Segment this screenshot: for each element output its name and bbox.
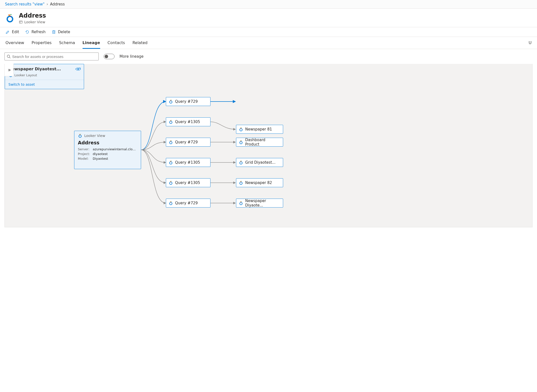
svg-point-52 [240, 140, 241, 141]
breadcrumb-current: Address [50, 2, 65, 6]
source-type-label: Looker View [84, 134, 105, 138]
lineage-dest-node-3[interactable]: Grid Diyaotest... [236, 158, 283, 167]
svg-point-15 [79, 134, 80, 135]
svg-point-23 [170, 120, 171, 121]
svg-point-28 [171, 140, 172, 141]
svg-point-54 [241, 141, 241, 142]
looker-icon [169, 140, 173, 144]
tab-lineage[interactable]: Lineage [83, 37, 100, 49]
tab-schema[interactable]: Schema [59, 37, 75, 49]
svg-point-14 [79, 135, 81, 137]
query-label: Query #729 [175, 140, 198, 144]
source-name: Address [78, 140, 137, 145]
svg-point-19 [170, 100, 171, 101]
svg-point-61 [241, 181, 242, 182]
dest-label: Newspaper Diyaote... [245, 199, 280, 208]
breadcrumb: Search results "view" › Address [0, 0, 537, 9]
tab-contacts[interactable]: Contacts [108, 37, 125, 49]
svg-point-40 [171, 201, 172, 202]
entity-subtype: Looker View [24, 20, 45, 24]
svg-point-27 [170, 140, 171, 141]
search-icon [7, 54, 11, 58]
svg-point-56 [240, 161, 241, 161]
lineage-source-node[interactable]: Looker View Address Server:azurepurviewi… [74, 131, 141, 169]
svg-point-58 [241, 161, 241, 162]
search-input-wrapper[interactable] [4, 52, 99, 60]
svg-point-37 [171, 182, 171, 182]
lineage-query-node-3[interactable]: Query #1305 [166, 158, 210, 167]
panel-expand-handle[interactable] [5, 64, 14, 76]
svg-point-57 [241, 161, 242, 161]
dest-label: Newspaper 82 [245, 181, 272, 185]
svg-point-64 [240, 201, 241, 202]
chevron-right-icon: › [47, 2, 48, 6]
svg-point-49 [241, 128, 242, 128]
looker-icon [169, 160, 173, 165]
lineage-dest-node-1[interactable]: Newspaper 81 [236, 125, 283, 134]
lineage-dest-node-2[interactable]: Dashboard Product [236, 138, 283, 147]
looker-icon [239, 140, 243, 144]
svg-point-30 [170, 162, 172, 164]
svg-point-55 [240, 162, 242, 164]
lineage-query-node-2[interactable]: Query #729 [166, 138, 210, 147]
svg-point-22 [170, 121, 172, 124]
svg-point-1 [8, 14, 10, 16]
svg-point-16 [80, 134, 81, 134]
lineage-query-node-5[interactable]: Query #729 [166, 199, 210, 208]
query-label: Query #729 [175, 201, 198, 205]
refresh-button[interactable]: Refresh [25, 30, 46, 34]
lineage-query-node-1[interactable]: Query #1305 [166, 117, 210, 126]
looker-icon [239, 201, 243, 205]
source-server-value: azurepurviewinternal.cloud.looker.co [93, 147, 137, 151]
source-model-label: Model: [78, 157, 93, 160]
tab-related[interactable]: Related [132, 37, 148, 49]
svg-point-20 [171, 100, 172, 100]
edit-label: Edit [12, 30, 19, 34]
svg-point-33 [171, 161, 171, 162]
svg-point-24 [171, 120, 172, 121]
breadcrumb-link-search[interactable]: Search results "view" [5, 2, 45, 6]
tab-right-overflow[interactable]: U [529, 37, 532, 49]
svg-point-60 [240, 181, 241, 182]
source-project-label: Project: [78, 152, 93, 156]
delete-label: Delete [58, 30, 70, 34]
svg-point-17 [80, 135, 81, 135]
lineage-dest-node-5[interactable]: Newspaper Diyaote... [236, 199, 283, 208]
svg-point-18 [170, 101, 172, 103]
tab-overview[interactable]: Overview [5, 37, 24, 49]
looker-icon [239, 127, 243, 131]
svg-point-26 [170, 141, 172, 144]
svg-line-13 [9, 57, 10, 58]
svg-point-36 [171, 181, 172, 182]
looker-icon [169, 99, 173, 104]
more-lineage-toggle[interactable] [104, 54, 115, 59]
svg-point-21 [171, 101, 171, 101]
tabs: Overview Properties Schema Lineage Conta… [0, 37, 537, 49]
tab-properties[interactable]: Properties [31, 37, 52, 49]
svg-point-65 [241, 201, 242, 202]
svg-point-12 [7, 55, 10, 57]
source-model-value: Diyaotest [93, 157, 137, 160]
svg-point-47 [240, 129, 242, 131]
lineage-canvas[interactable]: Looker View Address Server:azurepurviewi… [4, 64, 533, 227]
svg-point-41 [171, 202, 171, 203]
query-label: Query #1305 [175, 120, 200, 124]
search-input[interactable] [12, 54, 96, 59]
svg-point-34 [170, 182, 172, 184]
looker-icon [5, 13, 15, 23]
svg-point-59 [240, 182, 242, 184]
lineage-query-node-0[interactable]: Query #729 [166, 97, 210, 106]
looker-icon [169, 120, 173, 124]
lineage-dest-node-4[interactable]: Newspaper 82 [236, 178, 283, 187]
svg-point-63 [240, 202, 242, 205]
page-title: Address [19, 12, 46, 19]
lineage-query-node-4[interactable]: Query #1305 [166, 178, 210, 187]
svg-point-2 [10, 14, 11, 15]
query-label: Query #729 [175, 99, 198, 104]
page-header: Address Looker View [0, 9, 537, 27]
delete-button[interactable]: Delete [52, 30, 70, 34]
query-label: Query #1305 [175, 181, 200, 185]
looker-icon [239, 160, 243, 165]
edit-button[interactable]: Edit [5, 30, 19, 34]
svg-point-53 [241, 140, 242, 141]
